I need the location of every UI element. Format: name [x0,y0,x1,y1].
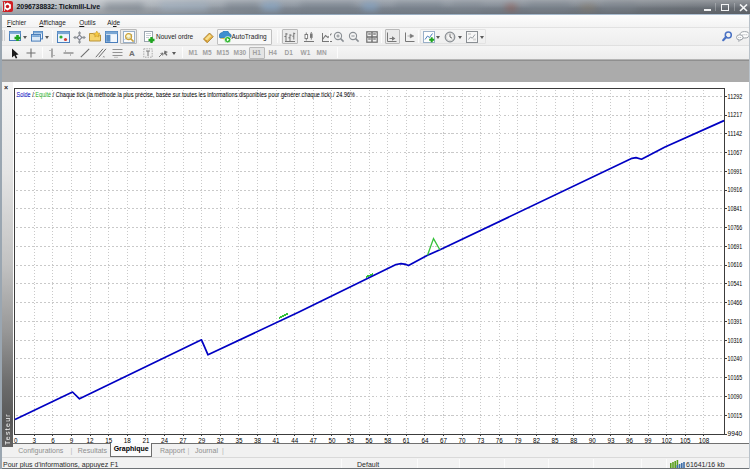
svg-text:10691: 10691 [728,243,743,250]
svg-text:11067: 11067 [728,149,743,156]
svg-text:10991: 10991 [728,168,743,175]
svg-text:11217: 11217 [728,111,743,118]
svg-text:10466: 10466 [728,299,743,306]
svg-text:11142: 11142 [728,130,743,137]
svg-text:10165: 10165 [728,374,743,381]
svg-text:11292: 11292 [728,93,743,100]
svg-text:10841: 10841 [728,205,743,212]
svg-text:10916: 10916 [728,186,743,193]
svg-text:Solde / Equité / Chaque tick (: Solde / Equité / Chaque tick (la méthode… [17,91,356,99]
svg-text:10541: 10541 [728,280,743,287]
svg-text:9940: 9940 [728,430,743,437]
svg-text:10090: 10090 [728,393,743,400]
svg-text:10391: 10391 [728,318,743,325]
svg-text:10766: 10766 [728,224,743,231]
svg-text:10616: 10616 [728,261,743,268]
svg-text:10240: 10240 [728,355,743,362]
svg-text:10015: 10015 [728,412,743,419]
svg-text:10316: 10316 [728,337,743,344]
